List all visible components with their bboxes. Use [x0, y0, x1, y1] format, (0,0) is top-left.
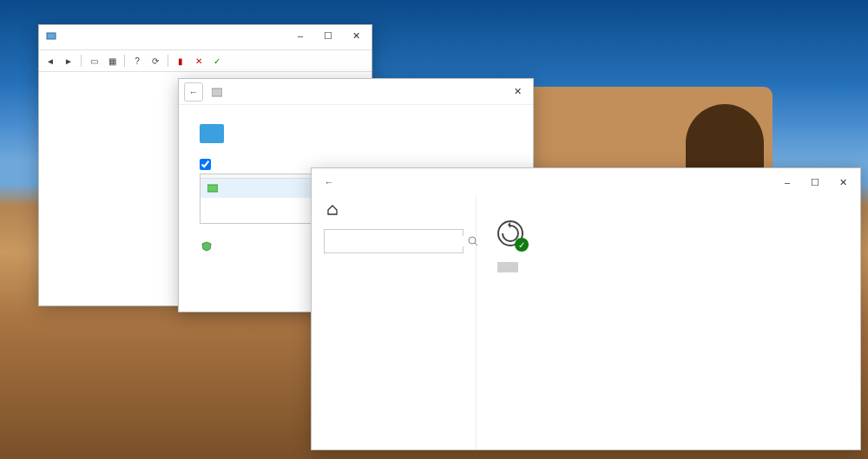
toolbar: ◄ ► ▭ ▦ ? ⟳ ▮ ✕ ✓	[39, 50, 372, 72]
toolbar-icon[interactable]: ▦	[104, 53, 120, 69]
titlebar[interactable]: ← ✕	[179, 79, 533, 105]
maximize-button[interactable]: ☐	[314, 26, 342, 45]
checkbox-input[interactable]	[200, 159, 211, 170]
titlebar[interactable]: – ☐ ✕	[39, 25, 372, 46]
drive-icon	[210, 85, 224, 99]
disk-icon	[200, 124, 224, 143]
check-updates-button[interactable]	[497, 262, 518, 272]
minimize-button[interactable]: –	[773, 173, 801, 192]
device-tree[interactable]	[39, 72, 372, 75]
toolbar-icon[interactable]: ?	[129, 53, 145, 69]
toolbar-icon[interactable]: ▮	[173, 53, 188, 69]
app-icon	[44, 29, 58, 43]
sidebar-item-home[interactable]	[312, 196, 476, 224]
back-icon[interactable]: ◄	[43, 53, 58, 69]
close-button[interactable]: ✕	[342, 26, 370, 45]
settings-sidebar	[312, 196, 477, 449]
toolbar-icon[interactable]: ✓	[209, 53, 225, 69]
home-icon	[326, 203, 339, 217]
close-button[interactable]: ✕	[503, 82, 531, 102]
toolbar-icon[interactable]: ⟳	[148, 53, 163, 69]
titlebar[interactable]: ← – ☐ ✕	[312, 168, 860, 196]
close-button[interactable]: ✕	[829, 173, 857, 192]
toolbar-icon[interactable]: ▭	[86, 53, 102, 69]
search-input[interactable]	[325, 236, 466, 246]
minimize-button[interactable]: –	[286, 26, 314, 45]
svg-rect-0	[47, 33, 56, 39]
svg-rect-1	[212, 89, 222, 96]
check-icon: ✓	[515, 238, 529, 252]
toolbar-icon[interactable]: ✕	[191, 53, 207, 69]
forward-icon[interactable]: ►	[61, 53, 76, 69]
back-button[interactable]: ←	[184, 82, 203, 102]
svg-point-3	[469, 237, 476, 244]
settings-main: ✓	[477, 196, 860, 449]
maximize-button[interactable]: ☐	[801, 173, 829, 192]
search-box[interactable]	[324, 229, 464, 253]
shield-icon	[200, 239, 214, 253]
back-button[interactable]: ←	[320, 173, 338, 192]
status-icon: ✓	[497, 220, 527, 250]
update-status: ✓	[497, 220, 839, 250]
sidebar-category	[312, 260, 476, 272]
svg-rect-2	[207, 185, 218, 192]
settings-window: ← – ☐ ✕ ✓	[311, 167, 861, 450]
network-adapter-icon	[206, 181, 220, 195]
